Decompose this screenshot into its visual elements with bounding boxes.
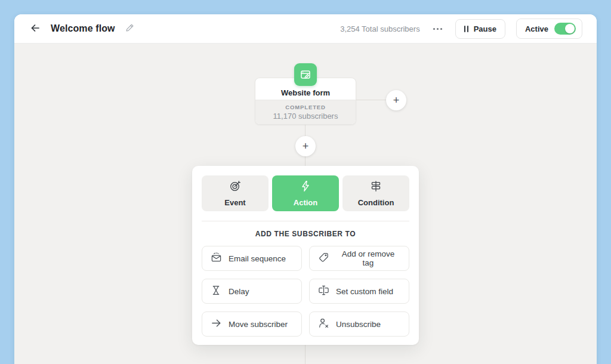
option-delay[interactable]: Delay (202, 279, 302, 304)
person-remove-icon (318, 317, 329, 331)
envelope-icon (211, 252, 222, 265)
edit-title-button[interactable] (124, 22, 135, 35)
pause-icon (464, 26, 468, 32)
input-field-icon (318, 285, 329, 298)
tab-label: Condition (358, 198, 394, 207)
tab-label: Action (294, 198, 317, 207)
option-set-custom-field[interactable]: Set custom field (309, 279, 409, 304)
option-label: Email sequence (229, 254, 286, 263)
pause-label: Pause (474, 24, 496, 33)
back-button[interactable] (29, 21, 42, 36)
active-label: Active (525, 24, 548, 33)
tab-label: Event (224, 198, 245, 207)
connector-line-bottom (305, 345, 306, 364)
modal-section-title: ADD THE SUBSCRIBER TO (202, 230, 409, 238)
lightning-icon (300, 180, 311, 194)
tab-action[interactable]: Action (272, 175, 339, 211)
pause-button[interactable]: Pause (455, 19, 505, 39)
option-label: Unsubscribe (336, 320, 381, 329)
toggle-knob (565, 24, 575, 33)
add-node-button-right[interactable]: + (386, 90, 406, 110)
app-window: Welcome flow 3,254 Total subscribers Pau… (14, 14, 597, 364)
target-icon (229, 180, 241, 194)
option-label: Add or remove tag (336, 249, 400, 267)
tag-icon (318, 252, 329, 265)
signpost-icon (370, 180, 382, 194)
ellipsis-icon (432, 24, 443, 33)
option-label: Set custom field (336, 287, 393, 296)
node-status: COMPLETED (285, 104, 326, 110)
topbar-right: 3,254 Total subscribers Pause Active (340, 18, 582, 39)
node-stats: COMPLETED 11,170 subscribers (255, 100, 356, 124)
tab-event[interactable]: Event (202, 175, 269, 211)
page-title: Welcome flow (51, 23, 115, 34)
action-options-grid: Email sequence Add or remove tag (202, 246, 409, 337)
hourglass-icon (211, 285, 222, 298)
plus-icon: + (303, 141, 309, 152)
arrow-right-icon (211, 317, 222, 331)
tab-condition[interactable]: Condition (342, 175, 409, 211)
step-type-tabs: Event Action (202, 175, 409, 211)
node-subscriber-count: 11,170 subscribers (273, 112, 338, 121)
flow-canvas: Website form COMPLETED 11,170 subscriber… (14, 44, 597, 364)
active-toggle-group: Active (516, 18, 582, 39)
connector-line-right (356, 100, 386, 100)
add-step-modal: Event Action (192, 166, 419, 345)
option-add-remove-tag[interactable]: Add or remove tag (309, 246, 409, 271)
add-node-button-below[interactable]: + (295, 136, 316, 156)
option-move-subscriber[interactable]: Move subscriber (202, 311, 302, 337)
total-subscribers: 3,254 Total subscribers (340, 24, 419, 33)
more-menu-button[interactable] (431, 23, 445, 35)
pencil-icon (125, 23, 134, 34)
plus-icon: + (393, 95, 400, 106)
option-label: Move subscriber (229, 320, 288, 329)
form-edit-icon (294, 63, 317, 86)
topbar-left: Welcome flow (29, 21, 135, 36)
top-bar: Welcome flow 3,254 Total subscribers Pau… (14, 14, 597, 44)
option-unsubscribe[interactable]: Unsubscribe (309, 311, 409, 337)
active-toggle[interactable] (554, 23, 576, 35)
modal-divider (202, 221, 409, 221)
option-label: Delay (229, 287, 249, 296)
option-email-sequence[interactable]: Email sequence (202, 246, 302, 271)
back-arrow-icon (30, 23, 41, 35)
